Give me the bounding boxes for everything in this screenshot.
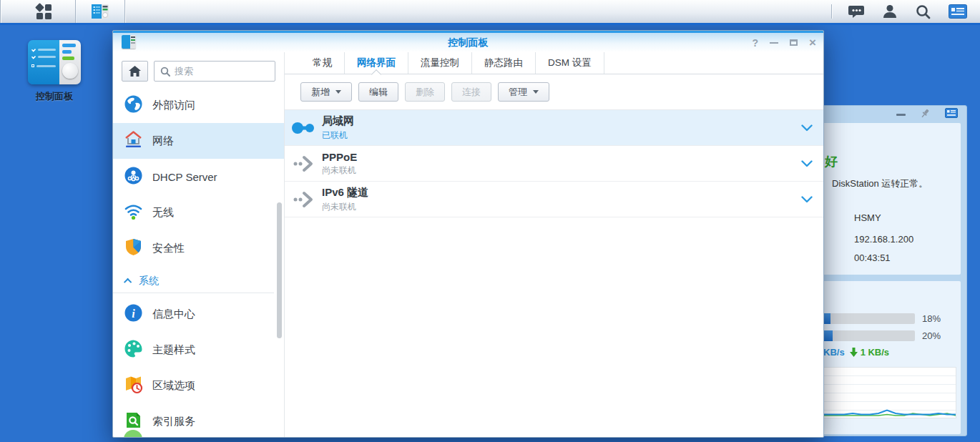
- regional-map-clock-icon: [124, 375, 143, 396]
- sidebar-item-label: 外部访问: [152, 99, 195, 112]
- wifi-icon: [124, 202, 143, 223]
- shortcut-label: 控制面板: [20, 90, 89, 103]
- ram-usage-row: 20%: [812, 330, 941, 341]
- svg-text:i: i: [132, 308, 135, 320]
- tab-network-interface[interactable]: 网络界面: [344, 52, 408, 74]
- help-button[interactable]: ?: [753, 38, 759, 48]
- search-box[interactable]: [154, 61, 275, 82]
- tab-general[interactable]: 常规: [300, 52, 344, 74]
- interface-row-pppoe[interactable]: PPPoE 尚未联机: [285, 146, 823, 182]
- delete-button[interactable]: 删除: [405, 82, 445, 102]
- interface-status: 尚未联机: [322, 201, 790, 213]
- taskbar: [0, 0, 980, 25]
- main-content: 常规 网络界面 流量控制 静态路由 DSM 设置 新增 编辑 删除 连接 管理: [285, 52, 823, 437]
- health-status-text: 好: [825, 153, 838, 170]
- index-service-icon: [124, 411, 143, 432]
- cpu-usage-percent: 18%: [922, 313, 941, 324]
- sidebar-item-external-access[interactable]: 外部访问: [113, 87, 284, 123]
- shield-icon: [124, 237, 143, 259]
- sidebar-item-theme[interactable]: 主题样式: [113, 332, 284, 368]
- pilot-view-icon[interactable]: [949, 4, 967, 19]
- window-titlebar[interactable]: 控制面板 ? ×: [113, 31, 823, 52]
- sidebar-item-security[interactable]: 安全性: [113, 230, 284, 266]
- sidebar: 外部访问 网络 DHCP Server 无线: [113, 52, 285, 437]
- caret-down-icon: [335, 90, 341, 94]
- maximize-button[interactable]: [790, 39, 798, 46]
- control-panel-window: 控制面板 ? × 外部访问: [112, 30, 824, 438]
- add-button[interactable]: 新增: [300, 82, 352, 102]
- health-message: DiskStation 运转正常。: [832, 177, 928, 190]
- ipv6-tunnel-icon: [285, 190, 322, 209]
- home-button[interactable]: [122, 61, 148, 82]
- dhcp-server-icon: [124, 166, 143, 187]
- network-speed-row: KB/s 1 KB/s: [823, 347, 889, 358]
- sidebar-item-info-center[interactable]: i 信息中心: [113, 296, 284, 332]
- sidebar-item-dhcp-server[interactable]: DHCP Server: [113, 159, 284, 195]
- control-panel-task-button[interactable]: [76, 0, 124, 23]
- search-input[interactable]: [175, 66, 269, 77]
- upload-speed-label: KB/s: [823, 347, 845, 358]
- interface-name: IPv6 隧道: [322, 186, 790, 200]
- search-icon[interactable]: [915, 4, 931, 20]
- ram-usage-percent: 20%: [922, 330, 941, 341]
- interface-name: PPPoE: [322, 151, 790, 163]
- manage-button[interactable]: 管理: [498, 82, 549, 102]
- connect-button[interactable]: 连接: [451, 82, 491, 102]
- chevron-up-icon: [124, 278, 132, 285]
- home-icon: [129, 66, 141, 77]
- info-icon: i: [124, 303, 143, 325]
- sidebar-item-label: DHCP Server: [152, 171, 217, 183]
- notifications-icon[interactable]: [848, 4, 865, 19]
- sidebar-item-label: 网络: [152, 134, 174, 148]
- taskbar-separator: [831, 4, 832, 19]
- control-panel-shortcut-icon: [28, 40, 81, 84]
- sidebar-item-label: 主题样式: [152, 343, 195, 357]
- sidebar-item-label: 信息中心: [152, 308, 195, 321]
- search-input-icon: [160, 67, 170, 77]
- cpu-usage-row: 18%: [812, 313, 941, 324]
- minimize-button[interactable]: [770, 42, 778, 44]
- widget-panel-icon[interactable]: [945, 108, 958, 121]
- interface-row-lan[interactable]: 局域网 已联机: [285, 110, 823, 146]
- user-account-icon[interactable]: [882, 4, 898, 19]
- theme-palette-icon: [124, 339, 143, 360]
- network-home-icon: [124, 130, 143, 152]
- tab-static-route[interactable]: 静态路由: [471, 52, 535, 74]
- tab-dsm-settings[interactable]: DSM 设置: [535, 52, 604, 74]
- ip-address-value: 192.168.1.200: [854, 234, 913, 245]
- close-button[interactable]: ×: [809, 36, 816, 49]
- interface-status: 已联机: [322, 129, 790, 142]
- widget-pin-icon[interactable]: [920, 108, 931, 122]
- chevron-down-icon[interactable]: [790, 124, 823, 132]
- interface-status: 尚未联机: [322, 164, 790, 177]
- cpu-usage-bar: [812, 313, 915, 324]
- tabs-bar: 常规 网络界面 流量控制 静态路由 DSM 设置: [285, 52, 823, 74]
- chevron-down-icon[interactable]: [790, 196, 823, 203]
- sidebar-item-label: 无线: [152, 206, 174, 220]
- toolbar: 新增 编辑 删除 连接 管理: [285, 74, 823, 109]
- main-menu-button[interactable]: [12, 0, 75, 23]
- sidebar-item-wireless[interactable]: 无线: [113, 195, 284, 230]
- globe-icon: [124, 94, 143, 116]
- sidebar-item-label: 安全性: [152, 242, 185, 255]
- download-speed-label: 1 KB/s: [861, 347, 889, 358]
- pppoe-dialup-icon: [285, 154, 322, 173]
- ram-usage-bar: [812, 330, 915, 341]
- sidebar-item-regional-options[interactable]: 区域选项: [113, 368, 284, 403]
- widget-minimize-icon[interactable]: [896, 114, 906, 116]
- taskbar-right-tray: [831, 0, 980, 23]
- sidebar-item-network[interactable]: 网络: [113, 123, 284, 159]
- download-arrow-icon: [850, 348, 858, 357]
- interface-row-ipv6-tunnel[interactable]: IPv6 隧道 尚未联机: [285, 182, 823, 217]
- window-app-icon: [122, 35, 136, 49]
- tab-traffic-control[interactable]: 流量控制: [408, 52, 471, 74]
- edit-button[interactable]: 编辑: [358, 82, 398, 102]
- lan-connection-icon: [285, 119, 322, 137]
- section-label: 系统: [139, 275, 159, 288]
- sidebar-scrollbar[interactable]: [277, 202, 282, 338]
- sidebar-section-system[interactable]: 系统: [113, 269, 274, 293]
- server-name-value: HSMY: [854, 212, 881, 223]
- desktop-shortcut-control-panel[interactable]: 控制面板: [20, 40, 89, 103]
- control-panel-icon: [91, 3, 109, 20]
- chevron-down-icon[interactable]: [790, 160, 823, 167]
